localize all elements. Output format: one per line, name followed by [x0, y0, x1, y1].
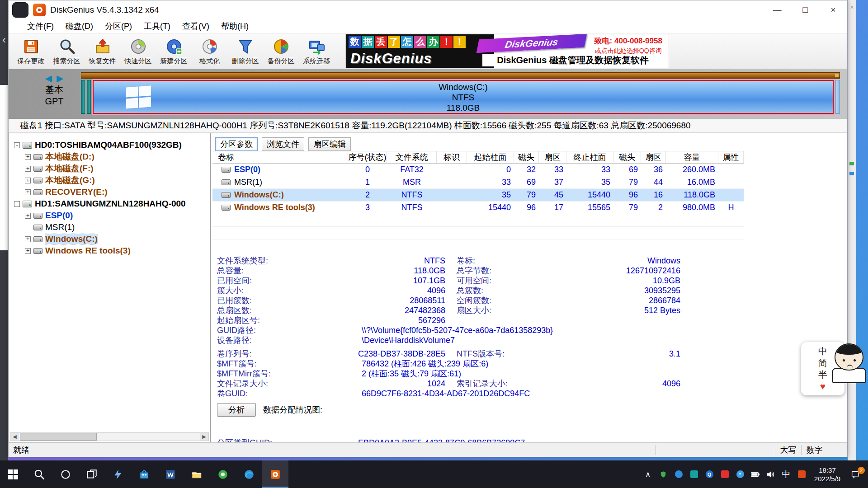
ad-banner[interactable]: 数据丢了怎么办！！ DiskGenius DiskGenius 致电: 400-… — [345, 34, 669, 68]
word-button[interactable] — [157, 460, 184, 488]
recover-files-button[interactable]: 恢复文件 — [85, 34, 120, 68]
tree-item-3[interactable]: +本地磁盘(G:) — [12, 174, 209, 186]
column-header-5[interactable]: 磁头 — [514, 151, 539, 163]
partition-block-windows-c[interactable]: Windows(C:) NTFS 118.0GB — [93, 80, 834, 114]
table-row[interactable]: ESP(0)0FAT3203233336936260.0MB — [212, 164, 744, 176]
ime-language-indicator[interactable]: 中 — [778, 464, 794, 485]
tree-item-0[interactable]: -HD0:TOSHIBAMQ04ABF100(932GB) — [12, 139, 209, 151]
tree-expander-icon[interactable]: + — [25, 154, 31, 160]
ime-halfwidth[interactable]: 半 — [818, 369, 827, 380]
menu-help[interactable]: 帮助(H) — [215, 19, 255, 33]
tray-messenger-icon[interactable] — [671, 464, 686, 485]
column-header-1[interactable]: 序号(状态) — [348, 151, 387, 163]
tree-item-4[interactable]: +RECOVERY(E:) — [12, 186, 209, 198]
menu-partition[interactable]: 分区(P) — [99, 19, 138, 33]
column-header-7[interactable]: 终止柱面 — [566, 151, 613, 163]
quick-partition-button[interactable]: 快速分区 — [120, 34, 156, 68]
partition-sliver-msr[interactable] — [87, 80, 91, 114]
system-migrate-button[interactable]: 系统迁移 — [299, 34, 335, 68]
tree-expander-icon[interactable]: - — [14, 201, 20, 207]
column-header-8[interactable]: 磁头 — [613, 151, 641, 163]
tree-expander-icon[interactable]: + — [25, 248, 31, 254]
tree-expander-icon[interactable]: - — [14, 142, 20, 148]
volume-icon[interactable] — [763, 464, 778, 485]
table-row[interactable]: Windows(C:)2NTFS357945154409616118.0GB — [212, 189, 744, 202]
menu-disk[interactable]: 磁盘(D) — [60, 19, 99, 33]
ime-simplified[interactable]: 简 — [818, 357, 827, 369]
scroll-left-icon[interactable]: ◀ — [10, 433, 19, 441]
taskbar-search-button[interactable] — [26, 460, 52, 488]
tree-item-1[interactable]: +本地磁盘(D:) — [12, 151, 209, 163]
tray-snowflake-icon[interactable]: * — [732, 464, 748, 485]
cortana-button[interactable] — [52, 460, 79, 488]
table-row[interactable]: MSR(1)1MSR33693735794416.0MB — [212, 176, 744, 189]
tree-expander-icon[interactable]: + — [25, 236, 31, 242]
store-button[interactable] — [131, 460, 157, 488]
edge-button[interactable] — [236, 460, 262, 488]
scrollbar-thumb[interactable] — [20, 433, 97, 441]
tree-expander-icon[interactable]: + — [25, 166, 31, 172]
overlay-app-icon[interactable] — [12, 2, 28, 18]
column-header-6[interactable]: 扇区 — [539, 151, 566, 163]
tray-netdisk-icon[interactable] — [686, 464, 702, 485]
thunder-app-button[interactable] — [105, 460, 131, 488]
maximize-button[interactable]: □ — [791, 0, 819, 19]
column-header-2[interactable]: 文件系统 — [387, 151, 437, 163]
format-button[interactable]: 格式化 — [192, 34, 227, 68]
column-header-11[interactable]: 属性 — [718, 151, 744, 163]
tree-expander-icon[interactable]: + — [25, 189, 31, 195]
scrollbar-track[interactable] — [97, 433, 200, 441]
column-header-3[interactable]: 标识 — [437, 151, 467, 163]
tray-chevron-up-icon[interactable]: ∧ — [640, 464, 656, 485]
tree-expander-icon[interactable]: + — [25, 213, 31, 219]
minimize-button[interactable]: — — [763, 0, 791, 19]
search-button[interactable]: 搜索分区 — [49, 34, 85, 68]
scroll-right-icon[interactable]: ▶ — [200, 433, 208, 441]
tree-expander-icon[interactable]: + — [25, 178, 31, 183]
tray-flag-icon[interactable] — [717, 464, 732, 485]
delete-partition-button[interactable]: 删除分区 — [227, 34, 263, 68]
ad-contact[interactable]: 致电: 400-008-9958 或点击此处选择QQ咨询 — [588, 34, 669, 52]
green-browser-button[interactable] — [210, 460, 236, 488]
partition-sliver-esp[interactable] — [81, 80, 85, 114]
disk-nav-arrows[interactable]: ◀▶ — [33, 73, 75, 84]
tab-sector-edit[interactable]: 扇区编辑 — [308, 137, 351, 151]
table-row[interactable]: Windows RE tools(3)3NTFS1544096171556579… — [212, 202, 744, 214]
action-center-button[interactable]: 2 — [845, 464, 865, 485]
analyze-button[interactable]: 分析 — [217, 403, 256, 417]
ime-heart-icon[interactable]: ♥ — [820, 380, 826, 392]
menu-view[interactable]: 查看(V) — [176, 19, 215, 33]
file-explorer-button[interactable] — [184, 460, 210, 488]
column-header-10[interactable]: 容量 — [666, 151, 718, 163]
tray-qq-icon[interactable]: Q — [702, 464, 717, 485]
menu-tools[interactable]: 工具(T) — [138, 19, 176, 33]
back-arrow-icon[interactable]: ‹ — [0, 30, 8, 50]
column-header-4[interactable]: 起始柱面 — [467, 151, 514, 163]
tree-item-7[interactable]: MSR(1) — [12, 221, 209, 233]
menu-file[interactable]: 文件(F) — [21, 19, 60, 33]
tree-item-6[interactable]: +ESP(0) — [12, 210, 209, 221]
taskbar-clock[interactable]: 18:37 2022/5/9 — [809, 466, 845, 483]
new-partition-button[interactable]: 新建分区 — [156, 34, 192, 68]
save-button[interactable]: 保存更改 — [13, 34, 49, 68]
tab-partition-params[interactable]: 分区参数 — [215, 137, 258, 151]
tree-item-8[interactable]: +Windows(C:) — [12, 233, 209, 245]
tree-item-2[interactable]: +本地磁盘(F:) — [12, 163, 209, 174]
start-button[interactable] — [0, 460, 26, 488]
column-header-0[interactable]: 卷标 — [212, 151, 348, 163]
tray-shield-icon[interactable] — [656, 464, 671, 485]
disk-header-bar[interactable] — [81, 72, 840, 79]
tree-horizontal-scrollbar[interactable]: ◀ ▶ — [10, 432, 209, 441]
tab-browse-files[interactable]: 浏览文件 — [262, 137, 304, 151]
tray-security-icon[interactable] — [794, 464, 809, 485]
ime-mode-chinese[interactable]: 中 — [818, 345, 827, 357]
task-view-button[interactable] — [79, 460, 105, 488]
tree-item-9[interactable]: +Windows RE tools(3) — [12, 245, 209, 257]
column-header-9[interactable]: 扇区 — [641, 151, 666, 163]
partition-sliver-re-tools[interactable] — [835, 80, 840, 114]
tree-item-5[interactable]: -HD1:SAMSUNGMZNLN128HAHQ-000 — [12, 198, 209, 210]
backup-partition-button[interactable]: 备份分区 — [263, 34, 299, 68]
battery-icon[interactable] — [748, 464, 763, 485]
diskgenius-taskbar-button[interactable] — [262, 460, 288, 488]
close-button[interactable]: × — [819, 0, 847, 19]
